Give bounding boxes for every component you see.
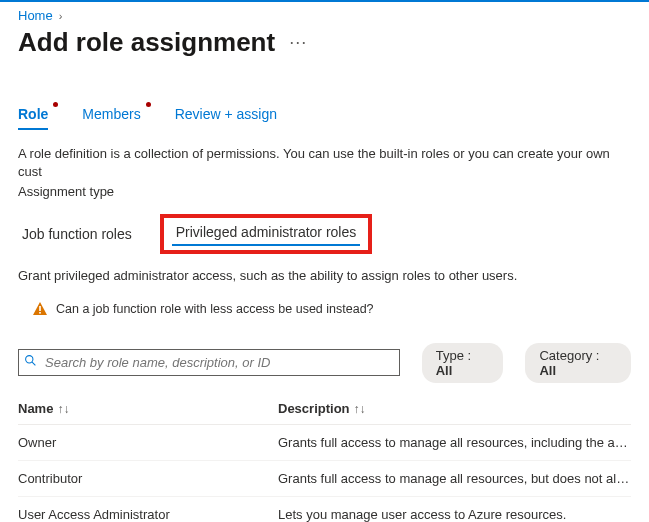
role-description: Grants full access to manage all resourc… (278, 435, 631, 450)
table-row[interactable]: Contributor Grants full access to manage… (18, 461, 631, 497)
role-name: User Access Administrator (18, 507, 278, 522)
warning-icon (32, 301, 48, 317)
more-actions-button[interactable]: ··· (289, 32, 307, 53)
search-input[interactable] (18, 349, 400, 376)
filter-category-label: Category : (539, 348, 599, 363)
role-description-text: A role definition is a collection of per… (0, 131, 649, 181)
page-title-row: Add role assignment ··· (0, 23, 649, 58)
role-type-subtabs: Job function roles Privileged administra… (0, 214, 649, 254)
subtab-privileged-admin-roles[interactable]: Privileged administrator roles (172, 222, 361, 246)
chevron-right-icon: › (59, 10, 63, 22)
sort-icon: ↑↓ (350, 402, 366, 416)
tab-members[interactable]: Members (82, 100, 140, 130)
column-header-name[interactable]: Name↑↓ (18, 401, 278, 416)
filter-type-pill[interactable]: Type : All (422, 343, 504, 383)
svg-rect-0 (39, 306, 41, 311)
table-row[interactable]: Owner Grants full access to manage all r… (18, 425, 631, 461)
highlight-annotation: Privileged administrator roles (160, 214, 373, 254)
required-dot-icon (53, 102, 58, 107)
tab-review-label: Review + assign (175, 106, 277, 122)
search-and-filters: Type : All Category : All (0, 317, 649, 383)
table-row[interactable]: User Access Administrator Lets you manag… (18, 497, 631, 522)
privileged-grant-text: Grant privileged administrator access, s… (0, 254, 649, 283)
role-description: Grants full access to manage all resourc… (278, 471, 631, 486)
required-dot-icon (146, 102, 151, 107)
search-icon (24, 354, 37, 370)
filter-type-label: Type : (436, 348, 471, 363)
info-suggestion-text: Can a job function role with less access… (56, 302, 374, 316)
wizard-tabs: Role Members Review + assign (0, 100, 649, 131)
tab-role-label: Role (18, 106, 48, 122)
table-header: Name↑↓ Description↑↓ (18, 397, 631, 425)
tab-members-label: Members (82, 106, 140, 122)
assignment-type-label: Assignment type (0, 181, 649, 201)
svg-point-2 (26, 356, 33, 363)
breadcrumb-home[interactable]: Home (18, 8, 53, 23)
page-title: Add role assignment (18, 27, 275, 58)
filter-category-value: All (539, 363, 556, 378)
svg-line-3 (32, 362, 35, 365)
role-description: Lets you manage user access to Azure res… (278, 507, 631, 522)
tab-review-assign[interactable]: Review + assign (175, 100, 277, 130)
filter-category-pill[interactable]: Category : All (525, 343, 631, 383)
svg-rect-1 (39, 312, 41, 314)
roles-table: Name↑↓ Description↑↓ Owner Grants full a… (0, 397, 649, 522)
search-box (18, 349, 400, 376)
role-name: Owner (18, 435, 278, 450)
subtab-job-function-roles[interactable]: Job function roles (18, 218, 136, 250)
tab-role[interactable]: Role (18, 100, 48, 130)
column-header-description[interactable]: Description↑↓ (278, 401, 631, 416)
breadcrumb: Home › (0, 2, 649, 23)
sort-icon: ↑↓ (53, 402, 69, 416)
role-name: Contributor (18, 471, 278, 486)
info-suggestion-row: Can a job function role with less access… (0, 283, 649, 317)
filter-type-value: All (436, 363, 453, 378)
